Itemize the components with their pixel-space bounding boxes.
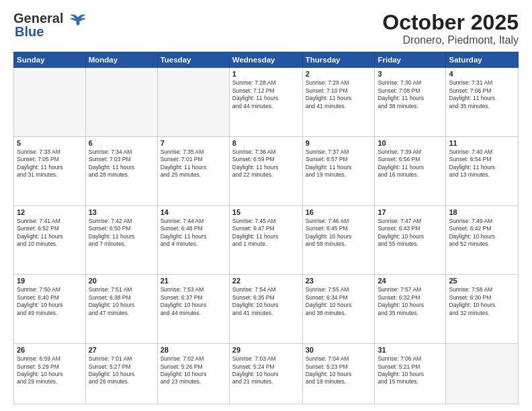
day-number: 11 <box>449 139 515 147</box>
day-info: Sunrise: 7:53 AM Sunset: 6:37 PM Dayligh… <box>161 286 226 317</box>
table-row: 23Sunrise: 7:55 AM Sunset: 6:34 PM Dayli… <box>302 275 375 344</box>
table-row: 31Sunrise: 7:06 AM Sunset: 5:21 PM Dayli… <box>375 344 446 404</box>
day-info: Sunrise: 7:39 AM Sunset: 6:56 PM Dayligh… <box>378 148 443 179</box>
day-number: 20 <box>89 277 154 285</box>
day-number: 26 <box>17 346 83 354</box>
day-number: 18 <box>449 208 515 216</box>
day-number: 25 <box>449 277 515 285</box>
table-row: 17Sunrise: 7:47 AM Sunset: 6:43 PM Dayli… <box>375 205 446 275</box>
day-info: Sunrise: 7:02 AM Sunset: 5:26 PM Dayligh… <box>161 355 226 386</box>
day-info: Sunrise: 7:30 AM Sunset: 7:08 PM Dayligh… <box>378 79 443 110</box>
table-row: 2Sunrise: 7:29 AM Sunset: 7:10 PM Daylig… <box>302 68 375 137</box>
day-number: 2 <box>306 70 372 78</box>
day-number: 8 <box>232 139 300 147</box>
table-row: 12Sunrise: 7:41 AM Sunset: 6:52 PM Dayli… <box>14 205 86 275</box>
table-row: 13Sunrise: 7:42 AM Sunset: 6:50 PM Dayli… <box>85 205 157 275</box>
table-row: 16Sunrise: 7:46 AM Sunset: 6:45 PM Dayli… <box>302 205 375 275</box>
day-info: Sunrise: 7:04 AM Sunset: 5:23 PM Dayligh… <box>306 355 372 386</box>
day-info: Sunrise: 7:36 AM Sunset: 6:59 PM Dayligh… <box>232 148 300 179</box>
day-number: 10 <box>378 139 443 147</box>
day-number: 27 <box>89 346 154 354</box>
header-friday: Friday <box>375 52 446 68</box>
table-row: 28Sunrise: 7:02 AM Sunset: 5:26 PM Dayli… <box>157 344 229 404</box>
day-number: 14 <box>161 208 226 216</box>
day-info: Sunrise: 7:41 AM Sunset: 6:52 PM Dayligh… <box>17 218 83 248</box>
day-info: Sunrise: 7:37 AM Sunset: 6:57 PM Dayligh… <box>306 148 372 179</box>
day-info: Sunrise: 7:45 AM Sunset: 6:47 PM Dayligh… <box>232 218 300 248</box>
day-number: 6 <box>89 139 154 147</box>
table-row: 9Sunrise: 7:37 AM Sunset: 6:57 PM Daylig… <box>302 136 375 205</box>
day-info: Sunrise: 7:58 AM Sunset: 6:30 PM Dayligh… <box>449 286 515 317</box>
day-number: 24 <box>378 277 443 285</box>
day-info: Sunrise: 7:50 AM Sunset: 6:40 PM Dayligh… <box>17 286 83 317</box>
day-number: 30 <box>306 346 372 354</box>
day-info: Sunrise: 7:47 AM Sunset: 6:43 PM Dayligh… <box>378 218 443 248</box>
table-row: 29Sunrise: 7:03 AM Sunset: 5:24 PM Dayli… <box>229 344 302 404</box>
day-info: Sunrise: 7:29 AM Sunset: 7:10 PM Dayligh… <box>306 79 372 110</box>
day-info: Sunrise: 7:49 AM Sunset: 6:42 PM Dayligh… <box>449 218 515 248</box>
table-row: 10Sunrise: 7:39 AM Sunset: 6:56 PM Dayli… <box>375 136 446 205</box>
day-number: 13 <box>89 208 154 216</box>
day-info: Sunrise: 7:35 AM Sunset: 7:01 PM Dayligh… <box>161 148 226 179</box>
table-row: 20Sunrise: 7:51 AM Sunset: 6:38 PM Dayli… <box>85 275 157 344</box>
header-sunday: Sunday <box>14 52 86 68</box>
day-number: 23 <box>306 277 372 285</box>
table-row: 4Sunrise: 7:31 AM Sunset: 7:06 PM Daylig… <box>446 68 519 137</box>
day-info: Sunrise: 7:34 AM Sunset: 7:03 PM Dayligh… <box>89 148 154 179</box>
day-info: Sunrise: 7:28 AM Sunset: 7:12 PM Dayligh… <box>232 79 300 110</box>
day-number: 17 <box>378 208 443 216</box>
header-thursday: Thursday <box>302 52 375 68</box>
header: General Blue October 2025 Dronero, Piedm… <box>13 11 519 46</box>
table-row: 5Sunrise: 7:33 AM Sunset: 7:05 PM Daylig… <box>14 136 86 205</box>
day-number: 1 <box>232 70 300 78</box>
table-row: 30Sunrise: 7:04 AM Sunset: 5:23 PM Dayli… <box>302 344 375 404</box>
day-number: 9 <box>306 139 372 147</box>
table-row: 1Sunrise: 7:28 AM Sunset: 7:12 PM Daylig… <box>229 68 302 137</box>
table-row: 3Sunrise: 7:30 AM Sunset: 7:08 PM Daylig… <box>375 68 446 137</box>
table-row: 21Sunrise: 7:53 AM Sunset: 6:37 PM Dayli… <box>157 275 229 344</box>
table-row: 19Sunrise: 7:50 AM Sunset: 6:40 PM Dayli… <box>14 275 86 344</box>
table-row: 7Sunrise: 7:35 AM Sunset: 7:01 PM Daylig… <box>157 136 229 205</box>
day-info: Sunrise: 7:44 AM Sunset: 6:48 PM Dayligh… <box>161 218 226 248</box>
day-number: 3 <box>378 70 443 78</box>
table-row <box>14 68 86 137</box>
day-info: Sunrise: 7:42 AM Sunset: 6:50 PM Dayligh… <box>89 218 154 248</box>
day-number: 21 <box>161 277 226 285</box>
weekday-header-row: Sunday Monday Tuesday Wednesday Thursday… <box>14 52 519 68</box>
table-row: 24Sunrise: 7:57 AM Sunset: 6:32 PM Dayli… <box>375 275 446 344</box>
table-row <box>446 344 519 404</box>
day-info: Sunrise: 7:40 AM Sunset: 6:54 PM Dayligh… <box>449 148 515 179</box>
day-info: Sunrise: 6:59 AM Sunset: 5:29 PM Dayligh… <box>17 355 83 386</box>
logo-blue-text: Blue <box>15 24 44 40</box>
table-row: 27Sunrise: 7:01 AM Sunset: 5:27 PM Dayli… <box>85 344 157 404</box>
day-number: 19 <box>17 277 83 285</box>
day-number: 28 <box>161 346 226 354</box>
day-info: Sunrise: 7:51 AM Sunset: 6:38 PM Dayligh… <box>89 286 154 317</box>
day-number: 16 <box>306 208 372 216</box>
day-number: 7 <box>161 139 226 147</box>
day-info: Sunrise: 7:55 AM Sunset: 6:34 PM Dayligh… <box>306 286 372 317</box>
day-info: Sunrise: 7:46 AM Sunset: 6:45 PM Dayligh… <box>306 218 372 248</box>
day-number: 4 <box>449 70 515 78</box>
logo-bird-icon <box>69 12 87 27</box>
table-row: 25Sunrise: 7:58 AM Sunset: 6:30 PM Dayli… <box>446 275 519 344</box>
logo: General Blue <box>13 11 87 40</box>
table-row: 26Sunrise: 6:59 AM Sunset: 5:29 PM Dayli… <box>14 344 86 404</box>
table-row: 14Sunrise: 7:44 AM Sunset: 6:48 PM Dayli… <box>157 205 229 275</box>
header-tuesday: Tuesday <box>157 52 229 68</box>
day-info: Sunrise: 7:03 AM Sunset: 5:24 PM Dayligh… <box>232 355 300 386</box>
header-saturday: Saturday <box>446 52 519 68</box>
table-row <box>157 68 229 137</box>
table-row: 11Sunrise: 7:40 AM Sunset: 6:54 PM Dayli… <box>446 136 519 205</box>
day-number: 12 <box>17 208 83 216</box>
day-number: 31 <box>378 346 443 354</box>
table-row: 6Sunrise: 7:34 AM Sunset: 7:03 PM Daylig… <box>85 136 157 205</box>
table-row <box>85 68 157 137</box>
calendar-title: October 2025 <box>382 11 519 34</box>
day-info: Sunrise: 7:01 AM Sunset: 5:27 PM Dayligh… <box>89 355 154 386</box>
header-wednesday: Wednesday <box>229 52 302 68</box>
day-info: Sunrise: 7:54 AM Sunset: 6:35 PM Dayligh… <box>232 286 300 317</box>
day-number: 29 <box>232 346 300 354</box>
title-block: October 2025 Dronero, Piedmont, Italy <box>382 11 519 46</box>
header-monday: Monday <box>85 52 157 68</box>
